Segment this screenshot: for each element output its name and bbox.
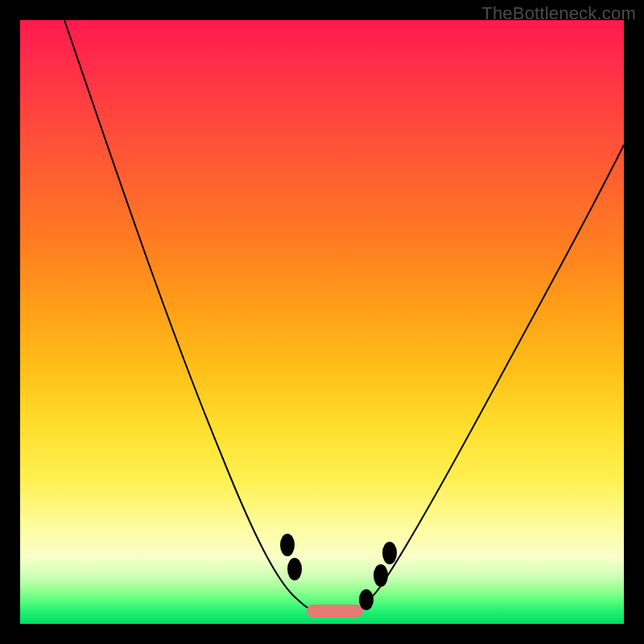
- plot-area: [20, 20, 624, 624]
- curve-markers: [280, 534, 397, 617]
- marker-dot: [374, 564, 388, 587]
- attribution-text: TheBottleneck.com: [481, 3, 636, 24]
- bottleneck-curve: [20, 20, 624, 624]
- marker-dot: [382, 542, 397, 564]
- marker-dot: [359, 589, 374, 610]
- curve-left: [64, 20, 334, 614]
- marker-dot: [287, 558, 302, 580]
- chart-frame: TheBottleneck.com: [0, 0, 644, 644]
- marker-bar: [307, 605, 363, 617]
- curve-right: [334, 145, 624, 614]
- marker-dot: [280, 534, 295, 556]
